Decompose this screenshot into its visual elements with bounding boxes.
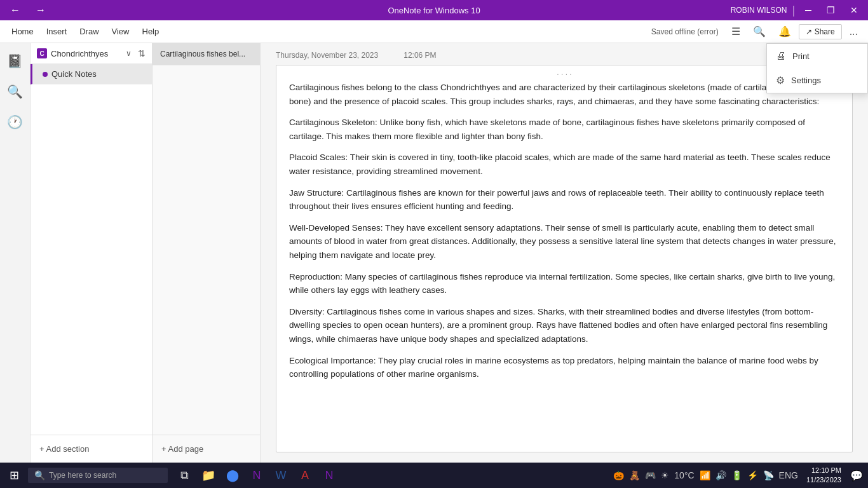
recent-icon[interactable]: 🕐 <box>2 109 28 135</box>
sort-button[interactable]: ⇅ <box>138 48 146 58</box>
system-tray: 🎃 🧸 🎮 ☀ 10°C 📶 🔊 🔋 ⚡ 📡 ENG <box>611 469 800 482</box>
menu-view[interactable]: View <box>105 23 136 40</box>
search-nav-icon[interactable]: 🔍 <box>2 79 28 104</box>
search-placeholder[interactable]: Type here to search <box>49 471 116 480</box>
taskbar: ⊞ 🔍 Type here to search ⧉ 📁 ⬤ N W A N 🎃 … <box>0 463 868 488</box>
note-paragraph-0: Cartilaginous fishes belong to the class… <box>289 81 839 108</box>
clock-time: 12:10 PM <box>806 466 841 475</box>
taskbar-apps: ⧉ 📁 ⬤ N W A N <box>173 464 341 487</box>
page-item-quicknotes[interactable]: Quick Notes <box>31 64 152 85</box>
content-area: Thursday, November 23, 2023 12:06 PM . .… <box>261 43 868 463</box>
pages-list: Quick Notes <box>31 64 152 435</box>
taskbar-right: 🎃 🧸 🎮 ☀ 10°C 📶 🔊 🔋 ⚡ 📡 ENG 12:10 PM 11/2… <box>611 466 865 485</box>
note-paragraph-1: Cartilaginous Skeleton: Unlike bony fish… <box>289 116 839 143</box>
print-icon: 🖨 <box>776 50 786 62</box>
note-toolbar: . . . . <box>557 68 571 77</box>
page-date: Thursday, November 23, 2023 <box>276 51 378 60</box>
sidebar-toggle-button[interactable]: ☰ <box>726 23 745 40</box>
minimize-button[interactable]: ─ <box>800 4 817 17</box>
taskbar-file-explorer[interactable]: 📁 <box>197 464 220 487</box>
notebook-title[interactable]: Chondrichthyes <box>51 49 108 58</box>
user-name: ROBIN WILSON <box>731 6 787 15</box>
notification-button[interactable]: 💬 <box>848 467 865 484</box>
taskbar-search[interactable]: 🔍 Type here to search <box>28 468 168 483</box>
menu-help[interactable]: Help <box>136 23 166 40</box>
notebooks-icon[interactable]: 📓 <box>2 48 28 74</box>
app-title: OneNote for Windows 10 <box>388 6 480 15</box>
windows-icon: ⊞ <box>10 468 19 482</box>
search-button[interactable]: 🔍 <box>748 23 771 40</box>
tray-emoji: 🎃 <box>611 469 626 482</box>
taskbar-taskview[interactable]: ⧉ <box>173 464 196 487</box>
page-list-item[interactable]: Cartilaginous fishes bel... <box>153 43 260 65</box>
note-paragraph-6: Diversity: Cartilaginous fishes come in … <box>289 305 839 346</box>
tray-wifi: 📡 <box>761 469 776 482</box>
settings-label: Settings <box>791 76 821 85</box>
tray-volume: 🔊 <box>714 469 728 482</box>
settings-icon: ⚙ <box>776 74 785 86</box>
page-label: Quick Notes <box>51 69 97 79</box>
taskbar-word[interactable]: W <box>269 464 292 487</box>
menu-draw[interactable]: Draw <box>73 23 105 40</box>
system-clock[interactable]: 12:10 PM 11/23/2023 <box>803 466 845 485</box>
back-button[interactable]: ← <box>5 2 25 18</box>
clock-date: 11/23/2023 <box>806 475 841 485</box>
note-paragraph-2: Placoid Scales: Their skin is covered in… <box>289 151 839 178</box>
main-layout: 📓 🔍 🕐 C Chondrichthyes ∨ ⇅ Quick Notes +… <box>0 43 868 463</box>
tray-icon-3: 🎮 <box>643 469 658 482</box>
temp-display: 10°C <box>672 469 696 482</box>
taskbar-chrome[interactable]: ⬤ <box>221 464 244 487</box>
page-dot <box>43 72 48 77</box>
add-page-button[interactable]: + Add page <box>159 442 206 456</box>
tray-icon-misc: 📶 <box>698 469 712 482</box>
tray-icon-2: 🧸 <box>627 469 642 482</box>
share-icon: ↗ <box>806 27 812 36</box>
dropdown-settings[interactable]: ⚙ Settings <box>767 68 867 93</box>
page-list-panel: Cartilaginous fishes bel... + Add page <box>153 43 261 463</box>
language-indicator: ENG <box>777 469 800 482</box>
weather-icon: ☀ <box>659 469 671 482</box>
note-content[interactable]: Cartilaginous fishes belong to the class… <box>276 65 852 402</box>
dropdown-print[interactable]: 🖨 Print <box>767 44 867 68</box>
title-bar: ← → OneNote for Windows 10 ROBIN WILSON … <box>0 0 868 20</box>
more-options-button[interactable]: ... <box>844 24 863 40</box>
taskbar-acrobat[interactable]: A <box>294 464 316 487</box>
notebook-icon: C <box>37 48 47 58</box>
tray-bluetooth: ⚡ <box>745 469 760 482</box>
close-button[interactable]: ✕ <box>845 4 863 17</box>
section-footer: + Add section <box>31 435 152 463</box>
taskbar-onenote[interactable]: N <box>245 464 268 487</box>
menu-insert[interactable]: Insert <box>40 23 74 40</box>
add-section-button[interactable]: + Add section <box>37 442 146 456</box>
save-status: Saved offline (error) <box>651 27 719 36</box>
share-button[interactable]: ↗ Share <box>799 24 842 39</box>
note-paragraph-3: Jaw Structure: Cartilaginous fishes are … <box>289 186 839 214</box>
forward-button[interactable]: → <box>31 2 51 18</box>
notebook-dropdown-icon[interactable]: ∨ <box>126 49 132 58</box>
print-label: Print <box>792 51 810 61</box>
note-container[interactable]: . . . . ⇔ Cartilaginous fishes belong to… <box>276 65 853 452</box>
note-paragraph-7: Ecological Importance: They play crucial… <box>289 354 839 381</box>
tray-battery: 🔋 <box>729 469 744 482</box>
search-icon: 🔍 <box>34 470 45 480</box>
notifications-button[interactable]: 🔔 <box>773 23 796 40</box>
start-button[interactable]: ⊞ <box>3 464 25 487</box>
menu-bar: Home Insert Draw View Help Saved offline… <box>0 20 868 43</box>
note-paragraph-4: Well-Developed Senses: They have excelle… <box>289 221 839 262</box>
taskbar-onenote2[interactable]: N <box>318 464 341 487</box>
notebook-nav: 📓 🔍 🕐 <box>0 43 31 463</box>
maximize-button[interactable]: ❐ <box>822 4 840 17</box>
section-header: C Chondrichthyes ∨ ⇅ <box>31 43 152 64</box>
section-panel: C Chondrichthyes ∨ ⇅ Quick Notes + Add s… <box>31 43 153 463</box>
note-paragraph-5: Reproduction: Many species of cartilagin… <box>289 270 839 297</box>
dropdown-menu: 🖨 Print ⚙ Settings <box>766 43 868 93</box>
menu-home[interactable]: Home <box>5 23 40 40</box>
page-time: 12:06 PM <box>403 51 436 60</box>
